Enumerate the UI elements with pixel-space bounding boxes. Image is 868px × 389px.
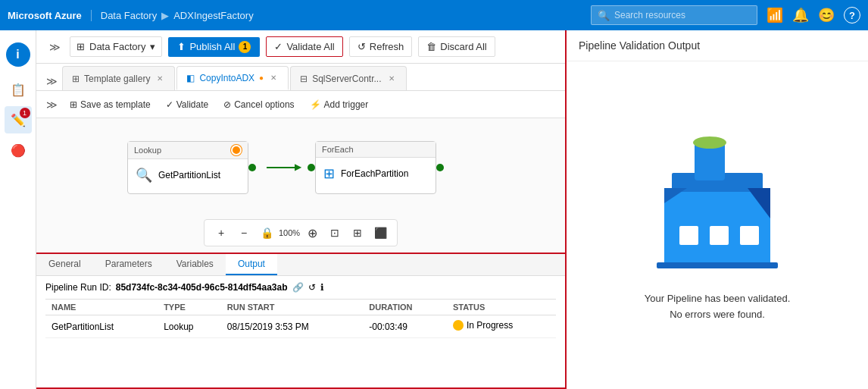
tab-close-template[interactable]: ✕: [155, 74, 165, 83]
breadcrumb-factory[interactable]: ADXIngestFactory: [173, 10, 254, 21]
foreach-label: ForEach: [322, 145, 354, 154]
run-id-info-icon[interactable]: ℹ: [320, 282, 324, 293]
output-tab-general[interactable]: General: [36, 254, 93, 275]
factory-illustration: [642, 127, 793, 279]
run-id-refresh-icon[interactable]: ↺: [308, 282, 316, 293]
sub-expand-button[interactable]: ≫: [42, 96, 61, 114]
row-type: Lookup: [158, 315, 221, 338]
svg-rect-6: [740, 226, 759, 245]
lookup-label: Lookup: [134, 146, 161, 155]
tab-sql-server[interactable]: ⊟ SqlServerContr... ✕: [290, 66, 406, 90]
tool-dark[interactable]: ⬛: [370, 222, 391, 243]
refresh-icon: ↺: [358, 41, 366, 52]
info-icon[interactable]: i: [6, 42, 30, 67]
table-row[interactable]: GetPartitionList Lookup 08/15/2019 3:53 …: [45, 315, 556, 338]
pipeline-run-id-label: Pipeline Run ID:: [45, 282, 111, 293]
tool-lock[interactable]: 🔒: [256, 222, 277, 243]
foreach-node[interactable]: ForEach ⊞ ForEachPartition: [315, 141, 436, 194]
search-box[interactable]: 🔍: [591, 5, 757, 25]
output-panel: General Parameters Variables Output Pipe…: [36, 253, 565, 389]
output-tabs: General Parameters Variables Output: [36, 254, 565, 276]
cancel-options-button[interactable]: ⊘ Cancel options: [217, 96, 300, 113]
tool-select[interactable]: ⊡: [324, 222, 345, 243]
sub-toolbar: ≫ ⊞ Save as template ✓ Validate ⊘ Cancel…: [36, 91, 565, 118]
svg-rect-4: [679, 226, 698, 245]
breadcrumb: Data Factory ▶ ADXIngestFactory: [101, 10, 254, 21]
breadcrumb-datafactory[interactable]: Data Factory: [101, 10, 157, 21]
canvas-output-container: Lookup 🔍 GetPartitionList: [36, 118, 565, 389]
help-icon[interactable]: ?: [844, 7, 860, 24]
nav-icons: 📶 🔔 😊 ?: [767, 7, 860, 24]
status-badge: In Progress: [453, 320, 513, 331]
sidebar-icon-monitor[interactable]: 🔴: [5, 136, 32, 164]
save-as-template-button[interactable]: ⊞ Save as template: [64, 96, 157, 113]
svg-rect-9: [657, 262, 778, 268]
sidebar-icon-page[interactable]: 📋: [5, 76, 32, 103]
status-text: In Progress: [467, 320, 513, 331]
validate-label: Validate: [176, 99, 208, 110]
tool-add[interactable]: +: [211, 222, 232, 243]
publish-all-button[interactable]: ⬆ Publish All 1: [168, 37, 260, 57]
tabs-expand-button[interactable]: ≫: [42, 72, 61, 90]
lookup-node-wrapper: Lookup 🔍 GetPartitionList: [127, 141, 248, 194]
validation-content: Your Pipeline has been validated. No err…: [567, 61, 868, 389]
foreach-node-header: ForEach: [316, 142, 436, 158]
tool-zoom[interactable]: 100%: [279, 222, 300, 243]
sidebar: i 📋 ✏️ 1 🔴: [0, 30, 36, 389]
refresh-button[interactable]: ↺ Refresh: [349, 36, 413, 57]
discard-icon: 🗑: [426, 41, 436, 52]
tab-icon-template: ⊞: [72, 74, 80, 84]
tab-label-template: Template gallery: [84, 74, 150, 84]
wifi-icon[interactable]: 📶: [767, 7, 783, 24]
smiley-icon[interactable]: 😊: [818, 7, 835, 24]
validate-all-button[interactable]: ✓ Validate All: [266, 36, 342, 57]
search-input[interactable]: [614, 10, 751, 20]
top-navigation: Microsoft Azure Data Factory ▶ ADXIngest…: [0, 0, 868, 30]
search-icon: 🔍: [598, 10, 610, 21]
pipeline-nodes: Lookup 🔍 GetPartitionList: [127, 141, 436, 194]
df-chevron-icon: ▾: [150, 41, 155, 52]
svg-point-3: [693, 136, 726, 149]
lookup-connector-right: [248, 164, 256, 171]
output-tab-variables[interactable]: Variables: [164, 254, 226, 275]
foreach-icon: ⊞: [323, 165, 335, 182]
breadcrumb-sep1: ▶: [161, 10, 169, 21]
save-template-icon: ⊞: [70, 99, 77, 110]
lookup-node[interactable]: Lookup 🔍 GetPartitionList: [127, 141, 248, 194]
node-arrow: ▶: [267, 167, 297, 168]
tool-remove[interactable]: −: [233, 222, 254, 243]
arrow-icon: ▶: [295, 162, 301, 172]
sidebar-icon-edit[interactable]: ✏️ 1: [5, 106, 32, 133]
publish-icon: ⬆: [177, 41, 186, 52]
tab-icon-sql: ⊟: [300, 74, 308, 84]
tool-fit[interactable]: ⊕: [301, 222, 323, 243]
validation-message-line1: Your Pipeline has been validated.: [645, 293, 791, 304]
expand-button[interactable]: ≫: [45, 38, 64, 56]
add-trigger-button[interactable]: ⚡ Add trigger: [304, 96, 375, 113]
canvas-area[interactable]: Lookup 🔍 GetPartitionList: [36, 118, 565, 253]
output-tab-parameters[interactable]: Parameters: [93, 254, 164, 275]
tab-label-copy: CopyIntoADX: [199, 73, 254, 83]
tab-close-copy[interactable]: ✕: [268, 73, 279, 83]
tool-grid[interactable]: ⊞: [347, 222, 368, 243]
validate-all-label: Validate All: [286, 41, 334, 52]
output-tab-output[interactable]: Output: [226, 254, 277, 275]
table-header-row: NAME TYPE RUN START DURATION STATUS: [45, 300, 556, 315]
tab-icon-copy: ◧: [186, 73, 195, 83]
tab-copy-into-adx[interactable]: ◧ CopyIntoADX ● ✕: [176, 66, 289, 90]
tab-template-gallery[interactable]: ⊞ Template gallery ✕: [62, 66, 175, 90]
tab-close-sql[interactable]: ✕: [386, 74, 397, 83]
foreach-connector-right: [436, 164, 444, 171]
run-id-link-icon[interactable]: 🔗: [292, 282, 304, 293]
lookup-status-dot: [231, 145, 242, 155]
col-name: NAME: [45, 300, 158, 315]
discard-all-button[interactable]: 🗑 Discard All: [418, 36, 495, 57]
notification-icon[interactable]: 🔔: [792, 7, 809, 24]
lookup-node-header: Lookup: [128, 142, 248, 159]
lookup-node-label: GetPartitionList: [158, 170, 220, 180]
row-run-start: 08/15/2019 3:53 PM: [221, 315, 363, 338]
df-label[interactable]: ⊞ Data Factory ▾: [70, 36, 162, 57]
validate-button[interactable]: ✓ Validate: [160, 96, 214, 113]
row-name: GetPartitionList: [45, 315, 158, 338]
pipeline-run-id-row: Pipeline Run ID: 85d734fc-8c34-405d-96c5…: [45, 282, 556, 293]
